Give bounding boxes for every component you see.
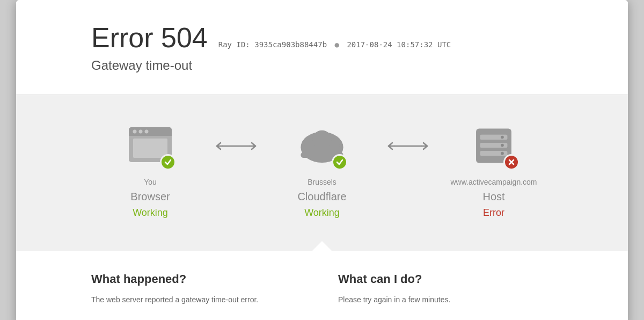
svg-point-20: [501, 144, 504, 147]
what-can-i-do-heading: What can I do?: [338, 272, 553, 286]
arrow-browser-to-cloudflare: [209, 122, 263, 154]
node-host: www.activecampaign.com Host Error: [435, 122, 553, 219]
browser-status: Working: [133, 207, 168, 219]
host-status-badge: [503, 154, 519, 170]
what-can-i-do-body: Please try again in a few minutes.: [338, 294, 553, 306]
host-name: Host: [482, 191, 504, 203]
error-header: Error 504 Ray ID: 3935ca903b88447b ● 201…: [16, 0, 628, 95]
check-icon-2: [336, 158, 343, 166]
host-status: Error: [483, 207, 504, 219]
cloudflare-name: Cloudflare: [297, 191, 346, 203]
node-cloudflare: Brussels Cloudflare Working: [263, 122, 381, 219]
arrow-cloudflare-to-host: [381, 122, 435, 154]
what-happened-col: What happened? The web server reported a…: [91, 272, 306, 306]
svg-point-11: [312, 130, 332, 150]
ray-label: Ray ID:: [218, 40, 250, 49]
browser-window: Error 504 Ray ID: 3935ca903b88447b ● 201…: [16, 0, 628, 320]
bullet: ●: [335, 40, 339, 49]
cloudflare-status: Working: [304, 207, 340, 219]
svg-point-4: [139, 130, 143, 134]
what-can-i-do-col: What can I do? Please try again in a few…: [338, 272, 553, 306]
error-code: Error 504: [91, 21, 208, 54]
svg-point-5: [145, 130, 149, 134]
host-icon-wrap: [467, 122, 521, 170]
error-subtitle: Gateway time-out: [91, 58, 553, 73]
check-icon: [164, 158, 172, 166]
x-icon: [508, 158, 515, 166]
browser-name: Browser: [130, 191, 170, 203]
double-arrow-icon-2: [386, 138, 429, 154]
svg-point-19: [501, 136, 504, 139]
ray-id-value: 3935ca903b88447b: [254, 40, 327, 49]
node-browser: You Browser Working: [91, 122, 209, 219]
double-arrow-icon: [215, 138, 258, 154]
timestamp: 2017-08-24 10:57:32 UTC: [347, 40, 451, 49]
svg-point-21: [501, 152, 504, 155]
diagram-section: You Browser Working: [16, 95, 628, 251]
browser-status-badge: [160, 154, 176, 170]
svg-rect-6: [133, 139, 167, 158]
cloudflare-location: Brussels: [308, 178, 336, 186]
cloudflare-status-badge: [332, 154, 348, 170]
cloudflare-icon-wrap: [295, 122, 349, 170]
browser-icon-wrap: [123, 122, 177, 170]
svg-point-3: [133, 130, 137, 134]
browser-location: You: [144, 178, 157, 186]
what-happened-body: The web server reported a gateway time-o…: [91, 294, 306, 306]
host-location: www.activecampaign.com: [450, 178, 537, 186]
what-happened-heading: What happened?: [91, 272, 306, 286]
ray-id: Ray ID: 3935ca903b88447b ● 2017-08-24 10…: [218, 40, 451, 49]
info-section: What happened? The web server reported a…: [16, 251, 628, 320]
